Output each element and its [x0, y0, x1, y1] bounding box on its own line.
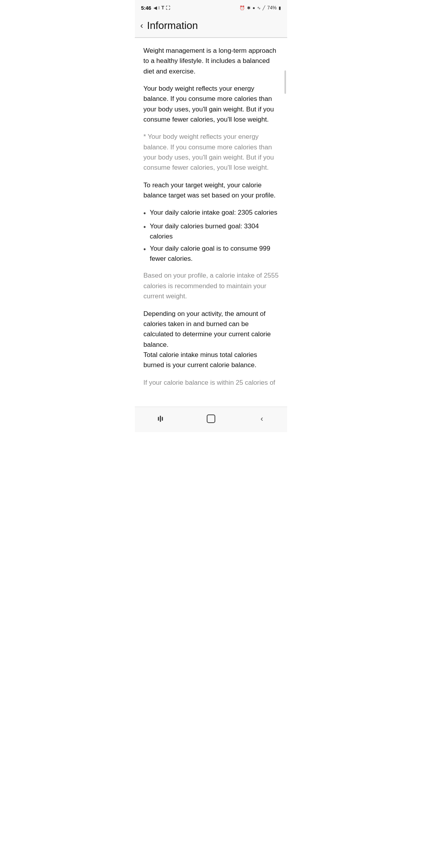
- bullet-item-3: • Your daily calorie goal is to consume …: [143, 244, 279, 264]
- bullet-item-1: • Your daily calorie intake goal: 2305 c…: [143, 208, 279, 219]
- bluetooth-icon: ✱: [247, 5, 250, 11]
- nav-bar: ‹: [135, 407, 287, 432]
- bullet-dot-1: •: [143, 208, 146, 219]
- scrollbar[interactable]: [284, 70, 286, 94]
- t-icon: T: [161, 5, 164, 11]
- status-icons-right: ⏰ ✱ ● ∿ ╱ 74% ▮: [240, 5, 281, 11]
- paragraph-2-note-text: * Your body weight reflects your energy …: [143, 133, 274, 171]
- wifi-icon: ∿: [257, 5, 261, 11]
- paragraph-1: Weight management is a long-term approac…: [143, 46, 279, 77]
- content-area: Weight management is a long-term approac…: [135, 38, 287, 403]
- back-arrow-icon: ‹: [140, 22, 143, 30]
- nav-back-button[interactable]: ‹: [250, 412, 274, 426]
- recents-icon: [158, 416, 163, 422]
- bullet-dot-2: •: [143, 222, 146, 233]
- paragraph-6: If your calorie balance is within 25 cal…: [143, 378, 279, 388]
- paragraph-5: Depending on your activity, the amount o…: [143, 309, 279, 371]
- grid-icon: ⁝: [158, 5, 160, 11]
- paragraph-3-text: To reach your target weight, your calori…: [143, 181, 275, 199]
- nav-recents-button[interactable]: [148, 412, 172, 426]
- time-display: 5:46: [141, 5, 151, 11]
- battery-icon: ▮: [279, 5, 281, 11]
- nav-home-button[interactable]: [199, 412, 223, 426]
- bullet-dot-3: •: [143, 244, 146, 255]
- paragraph-3: To reach your target weight, your calori…: [143, 180, 279, 201]
- back-button[interactable]: ‹: [139, 20, 147, 32]
- home-icon: [207, 414, 215, 423]
- paragraph-5-text: Depending on your activity, the amount o…: [143, 310, 271, 369]
- signal-icon: ╱: [263, 5, 265, 11]
- paragraph-6-text: If your calorie balance is within 25 cal…: [143, 379, 275, 386]
- bullet-text-3: Your daily calorie goal is to consume 99…: [150, 244, 279, 264]
- person-icon: ◀: [154, 5, 157, 11]
- paragraph-2-note: * Your body weight reflects your energy …: [143, 132, 279, 173]
- paragraph-1-text: Weight management is a long-term approac…: [143, 47, 276, 75]
- status-icons-left: ◀ ⁝ T ⛶: [154, 5, 170, 11]
- paragraph-2-text: Your body weight reflects your energy ba…: [143, 85, 274, 123]
- battery-display: 74%: [267, 5, 277, 11]
- status-time: 5:46 ◀ ⁝ T ⛶: [141, 5, 170, 11]
- paragraph-2: Your body weight reflects your energy ba…: [143, 84, 279, 125]
- nav-back-icon: ‹: [261, 414, 263, 423]
- alarm-icon: ⏰: [240, 5, 245, 11]
- bullet-item-2: • Your daily calories burned goal: 3304 …: [143, 221, 279, 241]
- paragraph-4: Based on your profile, a calorie intake …: [143, 271, 279, 301]
- header: ‹ Information: [135, 14, 287, 38]
- bullet-text-2: Your daily calories burned goal: 3304 ca…: [150, 221, 279, 241]
- paragraph-4-text: Based on your profile, a calorie intake …: [143, 272, 279, 300]
- page-title: Information: [147, 20, 198, 32]
- bullet-text-1: Your daily calorie intake goal: 2305 cal…: [150, 208, 277, 218]
- location-icon: ●: [252, 5, 255, 10]
- image-icon: ⛶: [166, 5, 170, 10]
- status-bar: 5:46 ◀ ⁝ T ⛶ ⏰ ✱ ● ∿ ╱ 74% ▮: [135, 0, 287, 14]
- bullet-list: • Your daily calorie intake goal: 2305 c…: [143, 208, 279, 264]
